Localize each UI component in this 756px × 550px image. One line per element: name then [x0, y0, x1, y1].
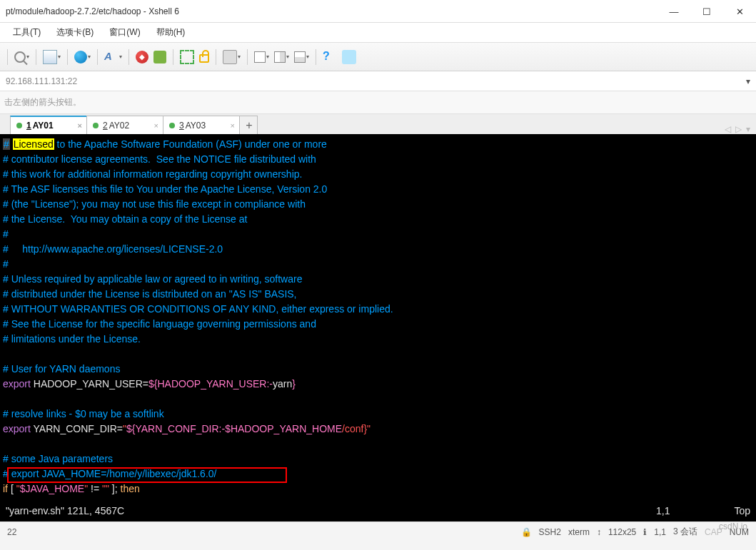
status-dot-icon [16, 123, 22, 128]
footer-ssh: SSH2 [539, 527, 561, 537]
tab-scroll-left[interactable]: ◁ [725, 124, 731, 134]
terminal-line: # WITHOUT WARRANTIES OR CONDITIONS OF AN… [3, 302, 756, 317]
terminal-line: # [3, 257, 756, 272]
menu-window[interactable]: 窗口(W) [104, 24, 146, 41]
window-controls: — ☐ ✕ [657, 0, 756, 22]
title-bar: pt/module/hadoop-2.7.2/etc/hadoop - Xshe… [0, 0, 756, 23]
terminal-line [3, 437, 756, 452]
record-button[interactable]: ◆ [134, 49, 150, 65]
terminal-line: if [ "$JAVA_HOME" != "" ]; then [3, 482, 756, 496]
tab-close-icon[interactable]: × [154, 121, 158, 130]
chat-button[interactable] [341, 49, 358, 66]
copy-icon [43, 50, 57, 64]
play-icon [153, 51, 166, 63]
tab-close-icon[interactable]: × [231, 121, 235, 130]
globe-icon [74, 51, 87, 63]
copy-button[interactable]: ▾ [41, 49, 62, 66]
session-tab-AY01[interactable]: 1 AY01× [10, 116, 87, 134]
terminal-line: # this work for additional information r… [3, 167, 756, 182]
maximize-button[interactable]: ☐ [690, 0, 723, 23]
layout1-icon [254, 51, 266, 63]
session-tab-AY03[interactable]: 3 AY03× [163, 116, 240, 134]
layout1-button[interactable]: ▾ [253, 50, 271, 64]
font-button[interactable]: A▾ [103, 49, 124, 66]
lock-icon [199, 54, 209, 63]
terminal-line: # limitations under the License. [3, 332, 756, 347]
address-bar[interactable]: 92.168.111.131:22 ▾ [0, 71, 756, 91]
keyboard-button[interactable]: ▾ [221, 49, 242, 66]
terminal-line: # The ASF licenses this file to You unde… [3, 182, 756, 197]
menu-bar: 工具(T) 选项卡(B) 窗口(W) 帮助(H) [0, 23, 756, 43]
tab-list-dropdown[interactable]: ▾ [746, 124, 750, 134]
footer-ssh-icon: 🔒 [521, 527, 532, 537]
footer-pos-icon: ℹ [643, 527, 647, 537]
footer-sess: 3 会话 [673, 526, 697, 538]
search-icon [14, 51, 26, 63]
font-icon: A [104, 50, 119, 64]
tab-add-button[interactable]: + [239, 116, 258, 134]
status-line: "yarn-env.sh" 121L, 4567C 1,1 Top [6, 504, 750, 519]
menu-options[interactable]: 选项卡(B) [51, 24, 99, 41]
layout2-button[interactable]: ▾ [273, 50, 291, 64]
help-button[interactable]: ? [321, 49, 338, 66]
tab-scroll: ◁ ▷ ▾ [725, 124, 756, 134]
terminal[interactable]: # Licensed to the Apache Software Founda… [0, 134, 756, 521]
status-pos: 1,1 [656, 504, 670, 519]
close-button[interactable]: ✕ [723, 0, 756, 23]
layout3-icon [294, 51, 306, 63]
record-icon: ◆ [136, 51, 148, 63]
terminal-line: # (the "License"); you may not use this … [3, 197, 756, 212]
tab-scroll-right[interactable]: ▷ [735, 124, 742, 134]
chat-icon [342, 50, 356, 64]
keyboard-icon [223, 50, 237, 64]
status-dot-icon [93, 123, 99, 128]
terminal-line: # Licensed to the Apache Software Founda… [3, 137, 756, 152]
status-scroll: Top [734, 504, 750, 519]
toolbar: ▾ ▾ ▾ A▾ ◆ ▾ ▾ ▾ ▾ ? [0, 43, 756, 71]
tab-close-icon[interactable]: × [78, 121, 82, 130]
hint-bar: 击左侧的箭头按钮。 [0, 91, 756, 114]
web-button[interactable]: ▾ [73, 49, 92, 65]
terminal-line: # the License. You may obtain a copy of … [3, 212, 756, 227]
terminal-line: # some Java parameters [3, 452, 756, 467]
session-tab-AY02[interactable]: 2 AY02× [86, 116, 163, 134]
fullscreen-button[interactable] [178, 49, 196, 66]
address-text: 92.168.111.131:22 [6, 76, 77, 86]
tab-bar: 1 AY01×2 AY02×3 AY03× + ◁ ▷ ▾ [0, 114, 756, 134]
layout2-icon [274, 51, 286, 63]
terminal-line: # export JAVA_HOME=/home/y/libexec/jdk1.… [3, 467, 756, 482]
window-title: pt/module/hadoop-2.7.2/etc/hadoop - Xshe… [6, 6, 179, 16]
hint-text: 击左侧的箭头按钮。 [4, 96, 81, 108]
terminal-line: # resolve links - $0 may be a softlink [3, 407, 756, 422]
terminal-line: export HADOOP_YARN_USER=${HADOOP_YARN_US… [3, 377, 756, 392]
help-icon: ? [323, 50, 337, 64]
dropdown-icon[interactable]: ▾ [746, 76, 750, 86]
terminal-line: # [3, 227, 756, 242]
footer-size: 112x25 [608, 527, 636, 537]
terminal-line: # User for YARN daemons [3, 362, 756, 377]
terminal-line: # contributor license agreements. See th… [3, 152, 756, 167]
menu-tools[interactable]: 工具(T) [7, 24, 46, 41]
layout3-button[interactable]: ▾ [293, 50, 311, 64]
footer-bar: 22 🔒 SSH2 xterm ↕112x25 ℹ1,1 3 会话 CAP NU… [0, 521, 756, 541]
minimize-button[interactable]: — [657, 0, 690, 23]
terminal-line [3, 347, 756, 362]
footer-num: NUM [730, 527, 749, 537]
status-file: "yarn-env.sh" 121L, 4567C [6, 504, 124, 519]
terminal-line [3, 392, 756, 407]
fullscreen-icon [180, 50, 194, 64]
footer-size-icon: ↕ [597, 527, 601, 537]
terminal-line: # See the License for the specific langu… [3, 317, 756, 332]
play-button[interactable] [152, 49, 168, 65]
lock-button[interactable] [198, 50, 211, 64]
terminal-line: # Unless required by applicable law or a… [3, 272, 756, 287]
terminal-line: export YARN_CONF_DIR="${YARN_CONF_DIR:-$… [3, 422, 756, 437]
menu-help[interactable]: 帮助(H) [151, 24, 191, 41]
footer-pos: 1,1 [654, 527, 666, 537]
status-dot-icon [169, 123, 175, 128]
footer-cap: CAP [705, 527, 722, 537]
footer-left: 22 [7, 527, 16, 537]
footer-term: xterm [568, 527, 590, 537]
terminal-line: # http://www.apache.org/licenses/LICENSE… [3, 242, 756, 257]
search-button[interactable]: ▾ [13, 50, 31, 64]
